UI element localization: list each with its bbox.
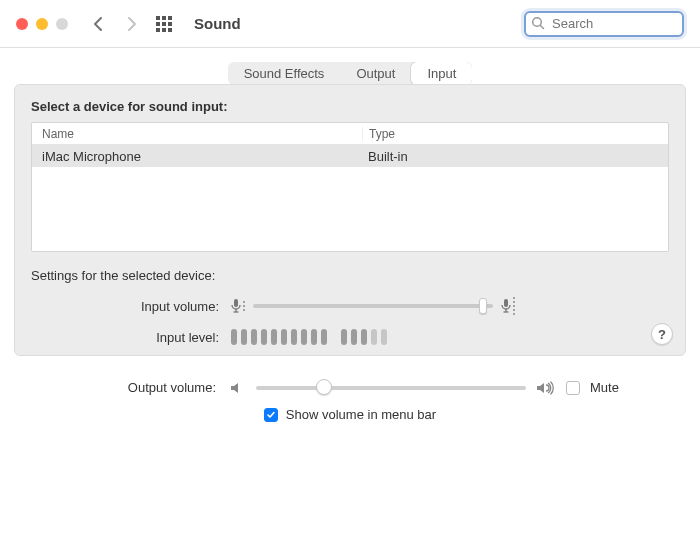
- input-level-row: Input level:: [31, 329, 669, 345]
- tab-bar: Sound Effects Output Input: [14, 62, 686, 85]
- input-volume-row: Input volume:: [31, 297, 669, 315]
- input-volume-slider[interactable]: [253, 304, 493, 308]
- table-row[interactable]: iMac Microphone Built-in: [32, 145, 668, 167]
- chevron-right-icon: [125, 17, 137, 31]
- search-icon: [531, 16, 545, 30]
- svg-line-1: [540, 25, 543, 28]
- input-volume-label: Input volume:: [31, 299, 231, 314]
- select-device-heading: Select a device for sound input:: [31, 99, 669, 114]
- search-field-wrap: [524, 11, 684, 37]
- all-settings-button[interactable]: [156, 16, 172, 32]
- tab-group: Sound Effects Output Input: [228, 62, 473, 85]
- mute-label: Mute: [590, 380, 619, 395]
- column-header-name[interactable]: Name: [32, 127, 362, 141]
- column-header-type[interactable]: Type: [362, 127, 668, 141]
- output-volume-row: Output volume: Mute: [20, 380, 680, 395]
- input-panel: Select a device for sound input: Name Ty…: [14, 84, 686, 356]
- window-title: Sound: [194, 15, 241, 32]
- device-table: Name Type iMac Microphone Built-in: [31, 122, 669, 252]
- minimize-window-button[interactable]: [36, 18, 48, 30]
- speaker-high-icon: [536, 381, 556, 395]
- input-level-label: Input level:: [31, 330, 231, 345]
- show-in-menubar-label: Show volume in menu bar: [286, 407, 436, 422]
- settings-for-device-label: Settings for the selected device:: [31, 268, 669, 283]
- mute-checkbox[interactable]: [566, 381, 580, 395]
- content-area: Sound Effects Output Input Select a devi…: [0, 48, 700, 366]
- svg-rect-5: [504, 299, 508, 307]
- forward-button[interactable]: [120, 13, 142, 35]
- device-name: iMac Microphone: [32, 149, 362, 164]
- output-volume-thumb[interactable]: [316, 379, 332, 395]
- footer: Output volume: Mute Show volume in menu …: [0, 366, 700, 430]
- input-volume-thumb[interactable]: [479, 298, 487, 314]
- back-button[interactable]: [88, 13, 110, 35]
- microphone-high-icon: [501, 297, 515, 315]
- tab-input[interactable]: Input: [411, 62, 472, 85]
- table-header: Name Type: [32, 123, 668, 145]
- window-controls: [16, 18, 68, 30]
- chevron-left-icon: [93, 17, 105, 31]
- tab-sound-effects[interactable]: Sound Effects: [228, 62, 341, 85]
- input-level-meter: [231, 329, 387, 345]
- output-volume-label: Output volume:: [20, 380, 220, 395]
- zoom-window-button[interactable]: [56, 18, 68, 30]
- tab-output[interactable]: Output: [340, 62, 411, 85]
- input-volume-control: [231, 297, 515, 315]
- show-in-menubar-checkbox[interactable]: [264, 408, 278, 422]
- output-volume-slider[interactable]: [256, 386, 526, 390]
- microphone-low-icon: [231, 298, 245, 314]
- svg-rect-2: [234, 299, 238, 307]
- show-in-menubar-row: Show volume in menu bar: [20, 407, 680, 422]
- speaker-low-icon: [230, 381, 246, 395]
- search-input[interactable]: [524, 11, 684, 37]
- help-button[interactable]: ?: [651, 323, 673, 345]
- device-type: Built-in: [362, 149, 668, 164]
- close-window-button[interactable]: [16, 18, 28, 30]
- titlebar: Sound: [0, 0, 700, 48]
